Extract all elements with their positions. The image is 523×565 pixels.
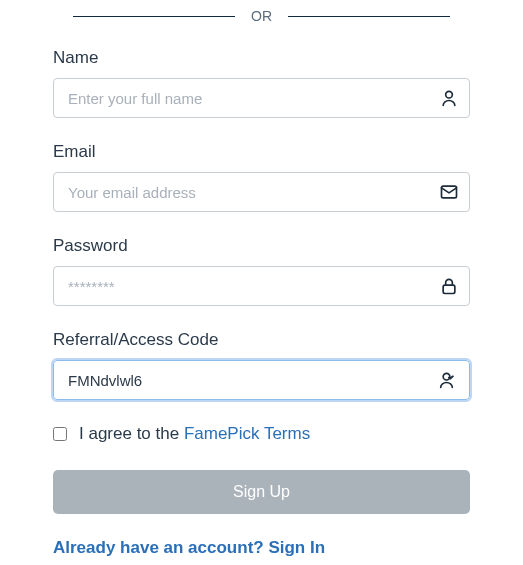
password-input-wrap — [53, 266, 470, 306]
mail-icon — [438, 181, 460, 203]
password-input[interactable] — [53, 266, 470, 306]
referral-input-wrap — [53, 360, 470, 400]
referral-input[interactable] — [53, 360, 470, 400]
name-label: Name — [53, 48, 470, 68]
name-field-group: Name — [53, 48, 470, 118]
email-field-group: Email — [53, 142, 470, 212]
terms-row: I agree to the FamePick Terms — [53, 424, 470, 444]
divider-text: OR — [235, 8, 288, 24]
svg-rect-2 — [443, 285, 455, 293]
password-field-group: Password — [53, 236, 470, 306]
signin-link[interactable]: Already have an account? Sign In — [53, 538, 325, 558]
svg-point-0 — [446, 91, 453, 98]
email-label: Email — [53, 142, 470, 162]
password-label: Password — [53, 236, 470, 256]
user-check-icon — [438, 369, 460, 391]
user-icon — [438, 87, 460, 109]
referral-field-group: Referral/Access Code — [53, 330, 470, 400]
svg-point-3 — [443, 373, 450, 380]
terms-link[interactable]: FamePick Terms — [184, 424, 310, 443]
email-input-wrap — [53, 172, 470, 212]
terms-text: I agree to the FamePick Terms — [79, 424, 310, 444]
name-input[interactable] — [53, 78, 470, 118]
terms-prefix: I agree to the — [79, 424, 184, 443]
lock-icon — [438, 275, 460, 297]
signup-button[interactable]: Sign Up — [53, 470, 470, 514]
terms-checkbox[interactable] — [53, 427, 67, 441]
referral-label: Referral/Access Code — [53, 330, 470, 350]
name-input-wrap — [53, 78, 470, 118]
email-input[interactable] — [53, 172, 470, 212]
divider-or: OR — [73, 8, 450, 24]
